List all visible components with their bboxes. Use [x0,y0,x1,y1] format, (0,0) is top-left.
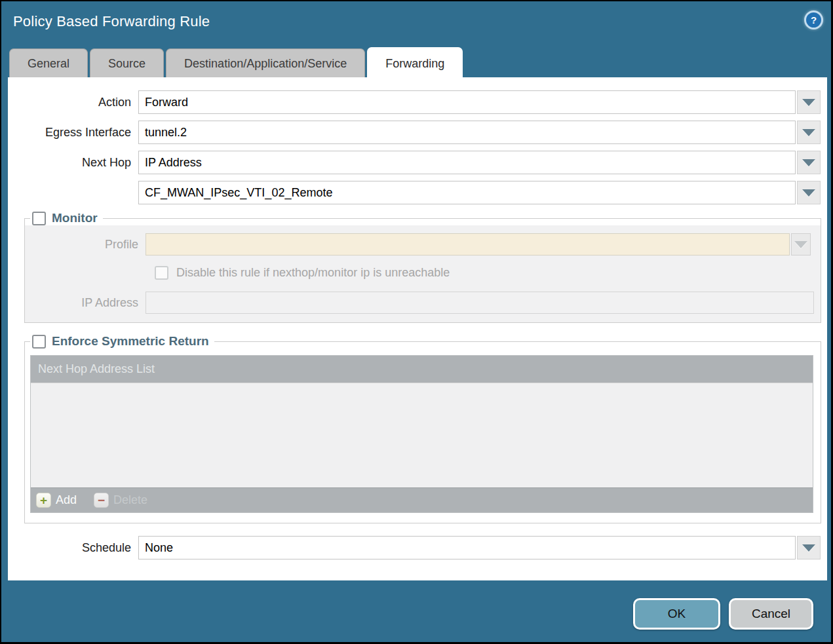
enforce-symmetric-return-checkbox[interactable] [32,335,46,349]
minus-icon: − [94,493,109,508]
next-hop-type-input[interactable] [138,151,796,174]
forwarding-tab-panel: Action Egress Interface Next Hop [8,77,827,580]
chevron-down-icon [802,99,815,106]
monitor-ip-address-label: IP Address [25,296,145,310]
action-row: Action [8,90,827,114]
action-dropdown-button[interactable] [797,90,821,114]
next-hop-address-row [8,181,827,204]
next-hop-address-input[interactable] [138,181,796,204]
profile-row: Profile [25,225,821,256]
tab-source[interactable]: Source [90,48,164,79]
egress-interface-label: Egress Interface [8,126,138,140]
next-hop-row: Next Hop [8,151,827,174]
egress-interface-row: Egress Interface [8,121,827,144]
enforce-symmetric-return-legend-label: Enforce Symmetric Return [52,334,209,349]
action-input[interactable] [138,90,796,114]
monitor-ip-address-input [145,292,814,314]
profile-input [145,233,790,256]
next-hop-address-list-toolbar: + Add − Delete [31,487,813,512]
chevron-down-icon [802,129,815,136]
enforce-symmetric-return-legend: Enforce Symmetric Return [30,334,214,349]
monitor-body: Profile Disable this rule if nexthop/mon… [25,225,821,322]
monitor-legend: Monitor [30,211,103,225]
monitor-ip-address-row: IP Address [25,292,821,314]
disable-rule-row: Disable this rule if nexthop/monitor ip … [155,266,821,280]
add-button[interactable]: + Add [36,493,77,508]
next-hop-label: Next Hop [8,156,138,170]
chevron-down-icon [794,241,807,248]
next-hop-type-dropdown-button[interactable] [797,151,821,174]
plus-icon: + [36,493,51,508]
disable-rule-label: Disable this rule if nexthop/monitor ip … [176,266,450,280]
chevron-down-icon [802,544,815,552]
monitor-legend-label: Monitor [52,211,98,225]
profile-label: Profile [25,238,145,252]
next-hop-address-list-header: Next Hop Address List [31,356,813,383]
next-hop-address-list-body[interactable] [31,383,813,487]
profile-dropdown-button [791,233,811,256]
disable-rule-checkbox [155,266,168,280]
delete-button: − Delete [94,493,147,508]
enforce-symmetric-return-fieldset: Enforce Symmetric Return Next Hop Addres… [24,334,821,523]
schedule-label: Schedule [8,541,138,555]
help-icon[interactable]: ? [804,10,823,29]
monitor-fieldset: Monitor Profile Disable this rule if nex… [24,211,821,323]
dialog-footer: OK Cancel [633,598,813,630]
enforce-symmetric-return-body: Next Hop Address List + Add − Delete [25,349,821,523]
tab-forwarding[interactable]: Forwarding [367,47,463,79]
action-label: Action [8,96,138,109]
next-hop-address-dropdown-button[interactable] [797,181,821,204]
next-hop-address-list-table: Next Hop Address List + Add − Delete [30,355,813,513]
delete-button-label: Delete [113,493,147,507]
schedule-row: Schedule [8,536,827,559]
chevron-down-icon [802,159,815,166]
dialog-frame: Policy Based Forwarding Rule ? General S… [1,1,831,642]
tab-destination-application-service[interactable]: Destination/Application/Service [166,48,365,79]
cancel-button[interactable]: Cancel [729,598,813,630]
add-button-label: Add [56,493,77,507]
egress-interface-input[interactable] [138,121,796,144]
tab-general[interactable]: General [9,48,88,79]
schedule-input[interactable] [138,536,796,559]
tab-bar: General Source Destination/Application/S… [9,47,463,79]
ok-button[interactable]: OK [633,598,720,630]
egress-interface-dropdown-button[interactable] [797,121,821,144]
monitor-checkbox[interactable] [32,212,46,225]
dialog-title: Policy Based Forwarding Rule [13,13,210,30]
schedule-dropdown-button[interactable] [797,536,821,559]
chevron-down-icon [802,189,815,197]
